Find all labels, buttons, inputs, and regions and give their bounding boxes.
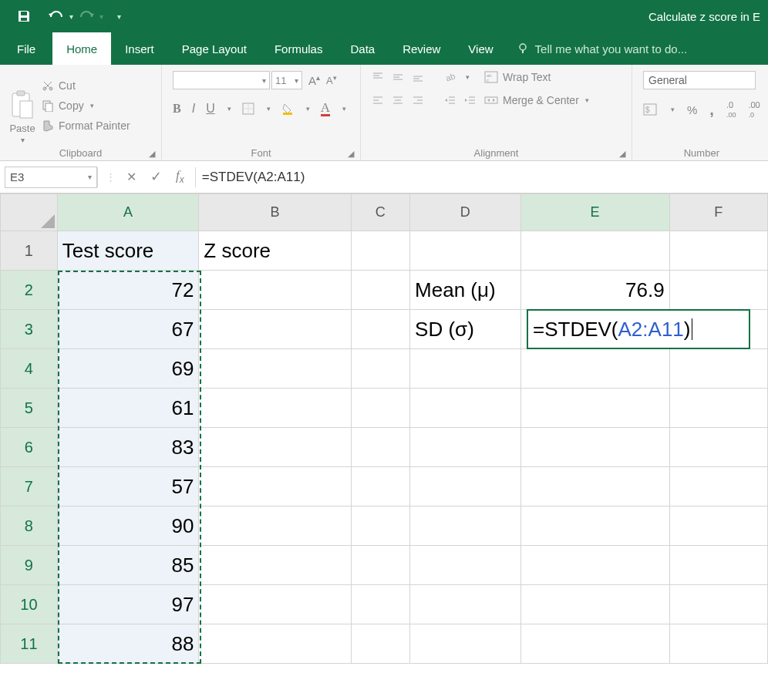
borders-icon[interactable]: [242, 103, 254, 115]
cell-E5[interactable]: [520, 389, 669, 428]
cell-E10[interactable]: [520, 585, 669, 624]
cell-D1[interactable]: [410, 231, 520, 271]
cell-D4[interactable]: [410, 349, 520, 389]
decrease-indent-icon[interactable]: [444, 94, 456, 106]
align-right-icon[interactable]: [412, 94, 424, 106]
tell-me[interactable]: Tell me what you want to do...: [507, 32, 688, 65]
align-top-icon[interactable]: [372, 71, 384, 83]
select-all-corner[interactable]: [1, 194, 58, 231]
cell-E1[interactable]: [520, 231, 669, 271]
cell-D2[interactable]: Mean (μ): [410, 271, 520, 310]
increase-decimal-icon[interactable]: .0.00: [726, 100, 736, 119]
col-header-D[interactable]: D: [410, 194, 520, 231]
cell-E2[interactable]: 76.9: [520, 271, 669, 310]
cell-F9[interactable]: [669, 546, 767, 585]
cell-D7[interactable]: [410, 467, 520, 506]
cell-A3[interactable]: 67: [57, 310, 199, 349]
clipboard-launcher-icon[interactable]: ◢: [149, 149, 155, 159]
formula-input[interactable]: =STDEV(A2:A11): [196, 167, 768, 188]
font-launcher-icon[interactable]: ◢: [348, 149, 354, 159]
cell-C2[interactable]: [351, 271, 410, 310]
cell-E11[interactable]: [520, 624, 669, 664]
cell-C3[interactable]: [351, 310, 410, 349]
save-icon[interactable]: [17, 9, 31, 23]
fx-icon[interactable]: fx: [176, 168, 184, 185]
wrap-text-button[interactable]: abc Wrap Text: [484, 71, 589, 83]
cell-B1[interactable]: Z score: [199, 231, 351, 271]
cell-A7[interactable]: 57: [57, 467, 199, 506]
percent-button[interactable]: %: [687, 103, 697, 116]
paste-icon[interactable]: [9, 90, 35, 121]
cell-B5[interactable]: [199, 389, 351, 428]
cell-A2[interactable]: 72: [57, 271, 199, 310]
cell-A10[interactable]: 97: [57, 585, 199, 624]
cell-B4[interactable]: [199, 349, 351, 389]
row-header-10[interactable]: 10: [1, 585, 58, 624]
row-header-1[interactable]: 1: [1, 231, 58, 271]
cell-D5[interactable]: [410, 389, 520, 428]
row-header-6[interactable]: 6: [1, 428, 58, 467]
align-center-icon[interactable]: [392, 94, 404, 106]
row-header-11[interactable]: 11: [1, 624, 58, 664]
cell-A5[interactable]: 61: [57, 389, 199, 428]
cell-C10[interactable]: [351, 585, 410, 624]
cell-E8[interactable]: [520, 506, 669, 546]
cell-D6[interactable]: [410, 428, 520, 467]
cell-F6[interactable]: [669, 428, 767, 467]
fill-color-icon[interactable]: [281, 103, 294, 115]
cell-C1[interactable]: [351, 231, 410, 271]
font-name-select[interactable]: ▾: [173, 71, 270, 89]
format-painter-button[interactable]: Format Painter: [42, 119, 130, 132]
cell-editor-E3[interactable]: =STDEV(A2:A11): [527, 309, 750, 349]
cell-C7[interactable]: [351, 467, 410, 506]
tab-home[interactable]: Home: [52, 32, 111, 65]
cell-B10[interactable]: [199, 585, 351, 624]
cell-D10[interactable]: [410, 585, 520, 624]
accounting-format-icon[interactable]: $: [643, 103, 657, 116]
font-size-select[interactable]: 11▾: [271, 71, 302, 89]
copy-button[interactable]: Copy▾: [42, 99, 130, 112]
font-color-icon[interactable]: A: [321, 100, 330, 116]
increase-indent-icon[interactable]: [464, 94, 477, 106]
row-header-4[interactable]: 4: [1, 349, 58, 389]
orientation-icon[interactable]: ab: [444, 71, 456, 83]
cell-C11[interactable]: [351, 624, 410, 664]
cell-B6[interactable]: [199, 428, 351, 467]
undo-icon[interactable]: [48, 9, 65, 23]
decrease-font-icon[interactable]: A▾: [326, 74, 337, 86]
row-header-3[interactable]: 3: [1, 310, 58, 349]
tab-view[interactable]: View: [454, 32, 507, 65]
cancel-formula-icon[interactable]: ✕: [126, 170, 136, 184]
cell-C8[interactable]: [351, 506, 410, 546]
cell-B11[interactable]: [199, 624, 351, 664]
cut-button[interactable]: Cut: [42, 79, 130, 92]
cell-B8[interactable]: [199, 506, 351, 546]
cell-B2[interactable]: [199, 271, 351, 310]
cell-A11[interactable]: 88: [57, 624, 199, 664]
cell-F8[interactable]: [669, 506, 767, 546]
cell-B3[interactable]: [199, 310, 351, 349]
cell-A9[interactable]: 85: [57, 546, 199, 585]
cell-D11[interactable]: [410, 624, 520, 664]
cell-A6[interactable]: 83: [57, 428, 199, 467]
col-header-C[interactable]: C: [351, 194, 410, 231]
spreadsheet-grid[interactable]: A B C D E F 1 Test score Z score 2 72 Me…: [0, 194, 768, 664]
col-header-B[interactable]: B: [199, 194, 351, 231]
cell-F1[interactable]: [669, 231, 767, 271]
cell-C5[interactable]: [351, 389, 410, 428]
cell-E6[interactable]: [520, 428, 669, 467]
italic-button[interactable]: I: [192, 102, 195, 116]
cell-F7[interactable]: [669, 467, 767, 506]
confirm-formula-icon[interactable]: ✓: [150, 168, 162, 185]
col-header-F[interactable]: F: [669, 194, 767, 231]
cell-F4[interactable]: [669, 349, 767, 389]
row-header-7[interactable]: 7: [1, 467, 58, 506]
increase-font-icon[interactable]: A▴: [304, 73, 325, 87]
comma-button[interactable]: ,: [709, 101, 714, 119]
cell-E9[interactable]: [520, 546, 669, 585]
tab-file[interactable]: File: [0, 32, 52, 65]
align-left-icon[interactable]: [372, 94, 384, 106]
bold-button[interactable]: B: [173, 102, 181, 116]
tab-review[interactable]: Review: [389, 32, 454, 65]
cell-C9[interactable]: [351, 546, 410, 585]
